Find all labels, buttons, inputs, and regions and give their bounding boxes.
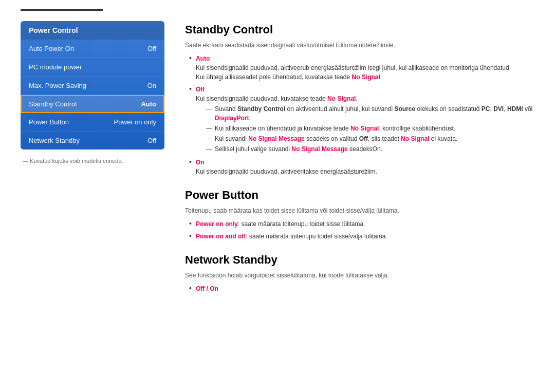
- sub-text-2: Kui allikaseade on ühendatud ja kuvataks…: [215, 124, 455, 133]
- menu-item-label-1: PC module power: [29, 63, 82, 71]
- no-signal-1: No Signal: [351, 73, 380, 81]
- bullet-off: • Off Kui sisendsignaalid puuduvad, kuva…: [189, 85, 534, 155]
- bullet-on: • On Kui sisendsignaalid puuduvad, aktiv…: [189, 158, 534, 176]
- power-button-desc: Toitenupu saab määrata kas toidet sisse …: [185, 206, 534, 215]
- power-button-title: Power Button: [185, 189, 534, 202]
- auto-text2: Kui ühtegi allikaseadet pole ühendatud, …: [196, 73, 382, 81]
- menu-item-label-4: Power Button: [29, 118, 69, 126]
- menu-item-3[interactable]: Standby ControlAuto: [21, 95, 164, 113]
- top-bar-line-light: [103, 10, 534, 10]
- off-sub-bullets: — Suvand Standby Control on aktiveeritud…: [206, 104, 534, 154]
- bullet-auto-content: Auto Kui sisendsignaalid puuduvad, aktiv…: [196, 54, 534, 82]
- bullet-dot-5: •: [189, 232, 192, 239]
- power-on-off-text: : saate määrata toitenupu toidet sisse/v…: [246, 233, 387, 240]
- menu-item-1[interactable]: PC module power: [21, 58, 164, 77]
- sub-bullet-3: — Kui suvandi No Signal Message seadeks …: [206, 134, 534, 143]
- sub-bullet-1: — Suvand Standby Control on aktiveeritud…: [206, 104, 534, 123]
- power-button-bullets: • Power on only: saate määrata toitenupu…: [189, 219, 534, 241]
- dash-3: —: [206, 134, 212, 143]
- sub-text-4: Sellisel juhul valige suvandi No Signal …: [215, 144, 382, 154]
- off-on-content: Off / On: [196, 284, 534, 293]
- top-bar: [0, 0, 555, 11]
- sub-bullet-2: — Kui allikaseade on ühendatud ja kuvata…: [206, 124, 534, 133]
- bullet-dot-3: •: [189, 158, 192, 165]
- bullet-dot-6: •: [189, 285, 192, 292]
- bullet-on-content: On Kui sisendsignaalid puuduvad, aktivee…: [196, 158, 534, 176]
- bullet-off-content: Off Kui sisendsignaalid puuduvad, kuvata…: [196, 85, 534, 155]
- menu-item-value-4: Power on only: [114, 118, 156, 126]
- menu-item-5[interactable]: Network StandbyOff: [21, 132, 164, 150]
- bullet-power-on-only: • Power on only: saate määrata toitenupu…: [189, 219, 534, 229]
- menu-title: Power Control: [21, 21, 164, 40]
- power-on-only-content: Power on only: saate määrata toitenupu t…: [196, 219, 534, 229]
- bullet-auto: • Auto Kui sisendsignaalid puuduvad, akt…: [189, 54, 534, 82]
- dash-2: —: [206, 124, 212, 133]
- menu-item-0[interactable]: Auto Power OnOff: [21, 40, 164, 58]
- menu-item-label-5: Network Standby: [29, 137, 80, 144]
- menu-item-label-0: Auto Power On: [29, 45, 74, 52]
- menu-item-4[interactable]: Power ButtonPower on only: [21, 113, 164, 132]
- menu-item-label-3: Standby Control: [29, 100, 77, 108]
- off-text1: Kui sisendsignaalid puuduvad, kuvatakse …: [196, 95, 358, 102]
- dash-4: —: [206, 144, 212, 153]
- menu-box: Power Control Auto Power OnOffPC module …: [21, 21, 164, 150]
- dash-1: —: [206, 104, 212, 113]
- displayport-label: DisplayPort: [215, 115, 249, 122]
- auto-text1: Kui sisendsignaalid puuduvad, aktiveerub…: [196, 64, 511, 71]
- bullet-dot-2: •: [189, 85, 192, 92]
- top-bar-line-dark: [21, 9, 103, 11]
- main-layout: Power Control Auto Power OnOffPC module …: [0, 11, 555, 307]
- network-standby-bullets: • Off / On: [189, 284, 534, 293]
- standby-control-bullets: • Auto Kui sisendsignaalid puuduvad, akt…: [189, 54, 534, 176]
- on-text1: Kui sisendsignaalid puuduvad, aktiveerit…: [196, 168, 377, 175]
- no-signal-msg-2: No Signal Message: [291, 145, 347, 153]
- left-panel: Power Control Auto Power OnOffPC module …: [21, 21, 164, 296]
- menu-item-value-5: Off: [147, 137, 156, 144]
- menu-item-label-2: Max. Power Saving: [29, 82, 86, 89]
- no-signal-msg-1: No Signal Message: [248, 135, 304, 142]
- no-signal-3: No Signal: [350, 125, 379, 132]
- power-on-off-label: Power on and off: [196, 233, 246, 240]
- menu-item-value-3: Auto: [141, 100, 156, 108]
- network-standby-desc: See funktsioon hoiab võrgutoidet sisselü…: [185, 271, 534, 280]
- menu-item-value-0: Off: [147, 45, 156, 52]
- sub-text-3: Kui suvandi No Signal Message seadeks on…: [215, 134, 457, 143]
- off-label: Off: [196, 86, 205, 93]
- standby-control-title: Standby Control: [185, 23, 534, 36]
- power-on-only-text: : saate määrata toitenupu toidet sisse l…: [238, 220, 365, 228]
- on-label: On: [196, 159, 205, 166]
- right-panel: Standby Control Saate ekraani seadistada…: [185, 21, 534, 296]
- no-signal-4: No Signal: [401, 135, 429, 142]
- note: — Kuvatud kujutis võib mudeliti erineda.: [21, 158, 164, 164]
- bullet-dot: •: [189, 54, 192, 62]
- sub-text-1: Suvand Standby Control on aktiveeritud a…: [215, 104, 534, 123]
- network-standby-title: Network Standby: [185, 253, 534, 267]
- bullet-power-on-off: • Power on and off: saate määrata toiten…: [189, 232, 534, 241]
- power-on-off-content: Power on and off: saate määrata toitenup…: [196, 232, 534, 241]
- bullet-off-on: • Off / On: [189, 284, 534, 293]
- no-signal-2: No Signal: [327, 95, 356, 102]
- sub-bullet-4: — Sellisel juhul valige suvandi No Signa…: [206, 144, 534, 154]
- bullet-dot-4: •: [189, 220, 192, 227]
- auto-label: Auto: [196, 55, 210, 62]
- standby-control-desc: Saate ekraani seadistada sisendsignaali …: [185, 41, 534, 50]
- menu-item-value-2: On: [147, 82, 156, 89]
- off-on-label: Off / On: [196, 285, 218, 292]
- power-on-only-label: Power on only: [196, 220, 238, 228]
- menu-item-2[interactable]: Max. Power SavingOn: [21, 77, 164, 95]
